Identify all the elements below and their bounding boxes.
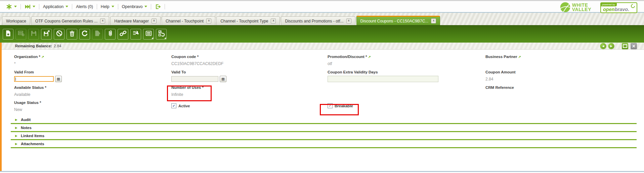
save-close-button[interactable]: [41, 29, 52, 40]
section-notes[interactable]: ▶Notes: [11, 124, 637, 132]
field-crm-reference: CRM Reference: [485, 80, 644, 96]
new-row-button: [15, 29, 26, 40]
export-button: [92, 29, 103, 40]
menu-item-label: Openbravo: [122, 4, 143, 9]
breakable-checkbox[interactable]: ✔: [328, 103, 333, 108]
workspace-icon: [6, 4, 12, 10]
tab-discount-coupons-cc150ac9b7c-[interactable]: Discount Coupons - CC150AC9B7C...x: [356, 16, 440, 25]
attachment-button[interactable]: [105, 29, 116, 40]
usage-status-value: New: [14, 107, 171, 112]
tab-otf-coupons-generation-rules-[interactable]: OTF Coupons Generation Rules ...x: [31, 16, 109, 25]
tab-close-icon[interactable]: x: [271, 18, 276, 23]
menu-item-help[interactable]: Help: [99, 4, 116, 9]
openbravo-wordmark: openbravo.: [603, 7, 629, 12]
tab-close-icon[interactable]: x: [100, 18, 105, 23]
save-close-icon: [43, 30, 50, 38]
tab-label: OTF Coupons Generation Rules ...: [35, 19, 97, 23]
breakable-checkbox-label: Breakable: [335, 104, 353, 108]
logout-icon: [155, 4, 161, 10]
menu-separator: [165, 4, 165, 9]
crm-reference-value: [485, 92, 644, 97]
menu-skip-to-end-button[interactable]: [23, 4, 37, 10]
number-of-uses-label: Number of Uses *: [171, 85, 328, 90]
refresh-button[interactable]: [79, 29, 90, 40]
active-checkbox[interactable]: ✔: [171, 103, 176, 108]
crm-reference-label: CRM Reference: [485, 85, 644, 90]
active-panel-orange-strip: [0, 43, 2, 171]
link-button[interactable]: [118, 29, 128, 40]
next-record-button[interactable]: ▶: [608, 43, 614, 49]
menu-separator: [118, 4, 118, 9]
section-attachments[interactable]: ▶Attachments: [11, 140, 637, 148]
preferences-button[interactable]: [130, 29, 141, 40]
powered-by-openbravo-badge: powered by openbravo.: [600, 2, 637, 13]
powered-by-label: powered by: [601, 3, 617, 6]
menu-item-application[interactable]: Application: [41, 4, 70, 9]
field-organization: Organization *↗*: [14, 50, 171, 65]
delete-button[interactable]: [67, 29, 77, 40]
previous-record-button[interactable]: ◀: [600, 43, 606, 49]
refresh-options-icon: [158, 30, 165, 38]
skip-to-end-icon: [25, 4, 31, 10]
tabbar: WorkspaceOTF Coupons Generation Rules ..…: [0, 13, 644, 25]
drill-down-link-icon[interactable]: ↗: [518, 55, 521, 59]
menu-item-openbravo[interactable]: Openbravo: [120, 4, 149, 9]
close-record-button[interactable]: ×: [631, 43, 637, 49]
menu-item-label: Application: [43, 4, 63, 9]
save-button: [28, 29, 39, 40]
new-document-icon: [5, 30, 12, 38]
openbravo-window: ApplicationAlerts (0)HelpOpenbravo WHITE…: [0, 0, 644, 173]
tab-hardware-manager[interactable]: Hardware Managerx: [110, 16, 161, 25]
tab-close-icon[interactable]: x: [152, 18, 157, 23]
tab-discounts-and-promotions-otf-[interactable]: Discounts and Promotions - otf...x: [281, 16, 355, 25]
tab-label: Hardware Manager: [114, 19, 149, 23]
drill-down-link-icon[interactable]: ↗: [41, 55, 44, 59]
field-valid-from: Valid From▦: [14, 65, 171, 80]
tab-channel-touchpoint[interactable]: Channel - Touchpointx: [162, 16, 215, 25]
field-active: ✔Active: [171, 96, 328, 111]
menu-separator: [39, 4, 39, 9]
field-usage-status: Usage Status *New: [14, 96, 171, 111]
section-audit[interactable]: ▶Audit: [11, 116, 637, 124]
brand-line2: VALLEY: [572, 7, 591, 12]
tab-close-icon[interactable]: x: [431, 18, 436, 23]
toolbar: [0, 25, 644, 43]
maximize-icon: [623, 44, 627, 48]
coupon-code-label: Coupon code *: [171, 55, 328, 59]
valid-to-label: Valid To: [171, 70, 328, 74]
field-coupon-code: Coupon code *CC150AC9B7CCAC62DEDF: [171, 50, 328, 65]
form-view-button[interactable]: [143, 29, 154, 40]
menu-workspace-button[interactable]: [4, 4, 19, 10]
coupon-form: Organization *↗*Coupon code *CC150AC9B7C…: [14, 50, 644, 111]
tab-label: Channel - Touchpoint Type: [220, 19, 268, 23]
save-icon: [30, 30, 37, 38]
tab-workspace[interactable]: Workspace: [2, 16, 30, 25]
field-valid-to: Valid To▦: [171, 65, 328, 80]
menu-item-label: Alerts (0): [76, 4, 93, 9]
tab-channel-touchpoint-type[interactable]: Channel - Touchpoint Typex: [216, 16, 280, 25]
collapsible-sections: ▶Audit▶Notes▶Linked Items▶Attachments: [11, 116, 637, 148]
coupon-extra-validity-days-input[interactable]: [328, 76, 438, 82]
statusbar: Remaining Balance: 2.84 ◀ ▶ ×: [0, 43, 644, 50]
dropdown-corner-icon: [164, 37, 166, 39]
section-linked-items[interactable]: ▶Linked Items: [11, 132, 637, 140]
white-valley-circle-icon: [560, 2, 570, 12]
section-label: Audit: [21, 118, 31, 122]
promotion-discount-label: Promotion/Discount *↗: [328, 55, 485, 59]
tab-label: Discount Coupons - CC150AC9B7C...: [360, 19, 429, 23]
cancel-button[interactable]: [54, 29, 65, 40]
coupon-extra-validity-days-input-row: [328, 76, 485, 82]
section-label: Linked Items: [21, 134, 44, 138]
link-icon: [120, 30, 127, 38]
tab-close-icon[interactable]: x: [346, 18, 351, 23]
tab-close-icon[interactable]: x: [206, 18, 211, 23]
menu-item-alerts-0-[interactable]: Alerts (0): [74, 4, 95, 9]
menu-logout-button[interactable]: [153, 4, 163, 10]
maximize-button[interactable]: [622, 43, 628, 49]
drill-down-link-icon[interactable]: ↗: [368, 55, 371, 59]
new-document-button[interactable]: [3, 29, 13, 40]
refresh-options-button[interactable]: [156, 29, 167, 40]
field-promotion-discount: Promotion/Discount *↗otf: [328, 50, 485, 65]
white-valley-text: WHITE VALLEY: [572, 3, 591, 12]
text-cursor: [15, 77, 16, 81]
